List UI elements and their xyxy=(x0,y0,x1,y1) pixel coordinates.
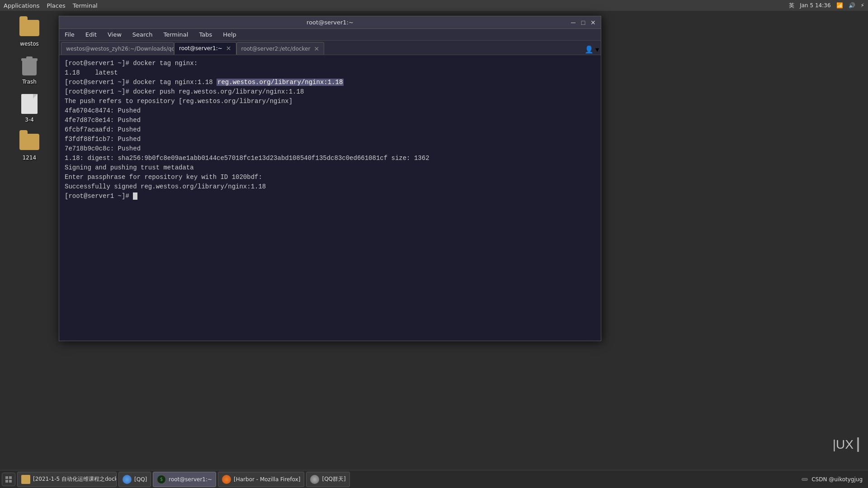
menu-tabs[interactable]: Tabs xyxy=(197,30,214,39)
minimize-button[interactable]: ─ xyxy=(569,19,577,27)
taskbar-item-qq1[interactable]: [QQ] xyxy=(118,472,151,487)
term-line-5: 4fa6704c8474: Pushed xyxy=(65,106,595,116)
topbar-applications[interactable]: Applications xyxy=(4,2,39,9)
topbar-left: Applications Places Terminal xyxy=(4,2,98,9)
topbar-power-icon: ⚡ xyxy=(861,2,864,9)
ux-badge: |UX xyxy=(833,437,859,452)
term-line-13: Successfully signed reg.westos.org/libra… xyxy=(65,182,595,192)
taskbar-firefox-icon xyxy=(222,475,231,484)
taskbar-qq2-icon xyxy=(310,475,319,484)
tab-2-close[interactable]: ✕ xyxy=(226,45,231,52)
topbar-lang: 英 xyxy=(789,2,794,9)
start-icon xyxy=(5,476,12,483)
topbar-places[interactable]: Places xyxy=(47,2,65,9)
taskbar-firefox-label: [Harbor - Mozilla Firefox] xyxy=(234,476,300,483)
term-line-2: [root@server1 ~]# docker tag nginx:1.18 … xyxy=(65,78,595,87)
term-line-8: f3fdf88f1cb7: Pushed xyxy=(65,135,595,144)
terminal-cursor xyxy=(133,192,137,200)
terminal-window: root@server1:~ ─ □ ✕ File Edit View Sear… xyxy=(59,16,601,341)
taskbar-item-terminal[interactable]: $ root@server1:~ xyxy=(153,472,216,487)
keyboard-indicator xyxy=(802,478,808,481)
folder-icon-westos xyxy=(19,17,40,39)
tab-dropdown-icon[interactable]: ▾ xyxy=(595,45,599,54)
taskbar-terminal-icon: $ xyxy=(157,475,166,484)
terminal-body[interactable]: [root@server1 ~]# docker tag nginx: 1.18… xyxy=(59,55,601,341)
tab-2[interactable]: root@server1:~ ✕ xyxy=(174,42,236,55)
terminal-menubar: File Edit View Search Terminal Tabs Help xyxy=(59,29,601,41)
taskbar-csdn-label: CSDN @uikotygjug xyxy=(811,476,863,483)
menu-search[interactable]: Search xyxy=(131,30,155,39)
taskbar-files-icon xyxy=(21,475,30,484)
desktop-icon-3-4[interactable]: 3-4 xyxy=(17,91,42,125)
term-line-6: 4fe7d87c8e14: Pushed xyxy=(65,116,595,125)
close-button[interactable]: ✕ xyxy=(589,19,597,27)
taskbar-right: CSDN @uikotygjug xyxy=(802,476,866,483)
desktop-icon-westos[interactable]: westos xyxy=(17,15,42,49)
term-line-12: Enter passphrase for repository key with… xyxy=(65,173,595,182)
highlight-url: reg.westos.org/library/nginx:1.18 xyxy=(217,79,344,86)
term-line-11: Signing and pushing trust metadata xyxy=(65,163,595,173)
desktop-icon-trash[interactable]: Trash xyxy=(17,53,42,87)
menu-file[interactable]: File xyxy=(63,30,76,39)
menu-help[interactable]: Help xyxy=(221,30,238,39)
terminal-titlebar: root@server1:~ ─ □ ✕ xyxy=(59,16,601,29)
tab-3-close[interactable]: ✕ xyxy=(314,45,319,52)
tab-user-icon: 👤 xyxy=(585,45,594,54)
svg-rect-3 xyxy=(9,480,12,483)
term-line-prompt: [root@server1 ~]# xyxy=(65,192,595,201)
desktop-icon-1214[interactable]: 1214 xyxy=(17,129,42,163)
svg-rect-1 xyxy=(9,476,12,479)
tab-3-label: root@server2:/etc/docker xyxy=(241,46,311,52)
topbar-sound-icon: 🔊 xyxy=(849,2,855,9)
topbar: Applications Places Terminal 英 Jan 5 14:… xyxy=(0,0,868,11)
term-line-3: [root@server1 ~]# docker push reg.westos… xyxy=(65,87,595,97)
taskbar-qq1-label: [QQ] xyxy=(134,476,147,483)
topbar-terminal[interactable]: Terminal xyxy=(73,2,98,9)
topbar-date: Jan 5 14:36 xyxy=(800,2,830,9)
term-line-7: 6fcbf7acaafd: Pushed xyxy=(65,125,595,135)
taskbar-item-qq2[interactable]: [QQ群天] xyxy=(306,472,349,487)
desktop-icon-westos-label: westos xyxy=(20,41,39,47)
taskbar-item-firefox[interactable]: [Harbor - Mozilla Firefox] xyxy=(218,472,304,487)
term-line-10: 1.18: digest: sha256:9b0fc8e09ae1abb0144… xyxy=(65,154,595,163)
term-line-9: 7e718b9c0c8c: Pushed xyxy=(65,144,595,154)
tab-3[interactable]: root@server2:/etc/docker ✕ xyxy=(236,42,325,55)
taskbar-qq2-label: [QQ群天] xyxy=(322,475,345,483)
menu-terminal[interactable]: Terminal xyxy=(161,30,190,39)
tab-1[interactable]: westos@westos_zyh26:~/Downloads/qq-files… xyxy=(61,42,174,55)
taskbar: [2021-1-5 自动化运维课程之docker... [QQ] $ root@… xyxy=(0,470,868,488)
taskbar-item-files[interactable]: [2021-1-5 自动化运维课程之docker... xyxy=(17,472,117,487)
tab-2-label: root@server1:~ xyxy=(179,45,222,52)
file-icon-3-4 xyxy=(19,93,40,115)
term-line-1: 1.18 latest xyxy=(65,68,595,78)
taskbar-start-button[interactable] xyxy=(2,473,15,486)
trash-icon xyxy=(19,55,40,77)
window-controls: ─ □ ✕ xyxy=(569,19,597,27)
terminal-title: root@server1:~ xyxy=(307,19,354,26)
taskbar-files-label: [2021-1-5 自动化运维课程之docker... xyxy=(33,475,117,483)
folder-icon-1214 xyxy=(19,131,40,153)
menu-edit[interactable]: Edit xyxy=(84,30,99,39)
tab-1-label: westos@westos_zyh26:~/Downloads/qq-files… xyxy=(66,46,174,52)
svg-rect-2 xyxy=(5,480,8,483)
desktop-icon-1214-label: 1214 xyxy=(23,155,37,161)
topbar-right: 英 Jan 5 14:36 📶 🔊 ⚡ xyxy=(789,2,864,9)
svg-rect-0 xyxy=(5,476,8,479)
topbar-wifi-icon: 📶 xyxy=(836,2,843,9)
desktop-icon-trash-label: Trash xyxy=(22,79,37,85)
maximize-button[interactable]: □ xyxy=(579,19,587,27)
terminal-tabbar: westos@westos_zyh26:~/Downloads/qq-files… xyxy=(59,41,601,55)
tab-extras: 👤 ▾ xyxy=(585,45,599,55)
desktop: westos Trash 3-4 1214 xyxy=(0,11,59,470)
taskbar-terminal-label: root@server1:~ xyxy=(169,476,212,483)
term-line-0: [root@server1 ~]# docker tag nginx: xyxy=(65,59,595,68)
taskbar-qq1-icon xyxy=(123,475,132,484)
term-line-4: The push refers to repository [reg.westo… xyxy=(65,97,595,106)
menu-view[interactable]: View xyxy=(106,30,123,39)
desktop-icon-3-4-label: 3-4 xyxy=(25,117,34,123)
